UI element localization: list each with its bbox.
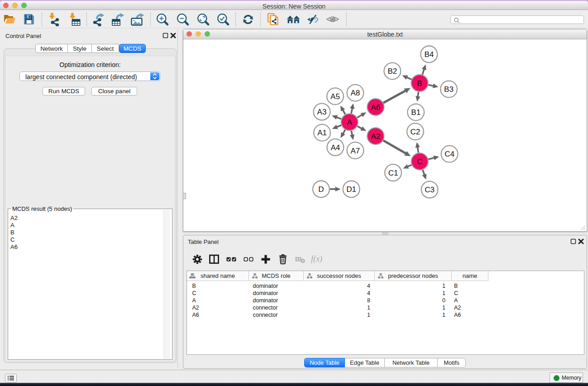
svg-text:D1: D1 (346, 185, 356, 194)
svg-text:B3: B3 (444, 85, 454, 94)
svg-text:C2: C2 (411, 128, 421, 136)
svg-text:B: B (417, 79, 422, 88)
svg-text:A4: A4 (330, 143, 340, 152)
svg-text:A2: A2 (371, 132, 380, 141)
svg-text:A8: A8 (351, 89, 360, 97)
svg-text:C4: C4 (445, 150, 454, 158)
svg-text:A1: A1 (317, 129, 327, 137)
svg-text:C1: C1 (388, 169, 398, 177)
svg-text:B2: B2 (387, 67, 397, 76)
svg-text:B1: B1 (411, 108, 421, 117)
svg-text:A: A (347, 118, 353, 127)
svg-text:A5: A5 (330, 92, 340, 101)
svg-text:A6: A6 (371, 103, 380, 112)
svg-text:B4: B4 (424, 50, 434, 59)
svg-text:C: C (417, 157, 422, 166)
svg-text:D: D (318, 185, 324, 194)
svg-text:A7: A7 (351, 147, 360, 155)
svg-text:C3: C3 (425, 186, 435, 194)
svg-text:A3: A3 (317, 108, 327, 116)
